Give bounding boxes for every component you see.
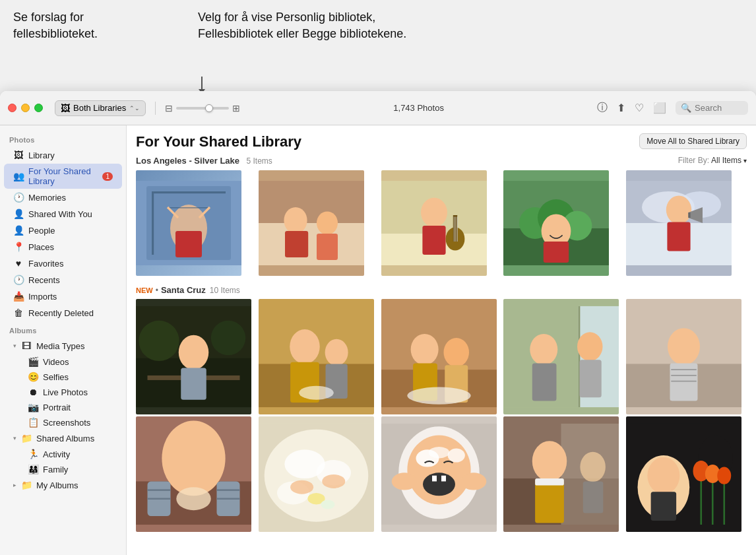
photo-cell[interactable] [626,416,741,532]
filter-by[interactable]: Filter By: All Items ▾ [678,156,747,165]
app-window: 🖼 Both Libraries ⌃⌄ ⊟ ⊞ 1,743 Photos ⓘ ⬆… [0,91,756,555]
sidebar-label-places: Places [28,242,54,252]
sidebar-item-recently-deleted[interactable]: 🗑 Recently Deleted [4,305,122,321]
sidebar-item-family[interactable]: 👨‍👩‍👧 Family [4,462,122,476]
share-icon[interactable]: ⬆ [617,102,625,114]
photo-cell[interactable] [626,170,732,276]
sidebar-item-imports[interactable]: 📥 Imports [4,288,122,304]
crop-icon[interactable]: ⬜ [653,102,666,114]
sidebar-item-selfies[interactable]: 😊 Selfies [4,370,122,384]
photo-cell[interactable] [259,416,374,532]
sidebar-item-places[interactable]: 📍 Places [4,239,122,255]
sidebar-label-media-types: Media Types [36,341,84,351]
svg-point-106 [532,441,567,481]
shared-with-you-icon: 👤 [13,209,24,219]
section2-new-label: NEW [136,286,153,294]
photo-placeholder-15 [626,416,741,532]
screenshots-icon: 📋 [28,417,38,428]
sidebar-label-activity: Activity [43,449,70,459]
recently-deleted-icon: 🗑 [13,308,24,318]
sidebar-item-videos[interactable]: 🎬 Videos [4,354,122,369]
photo-cell[interactable] [259,170,364,276]
photo-count: 1,743 Photos [247,103,590,113]
photo-cell[interactable] [381,170,487,276]
zoom-slider-track[interactable] [176,107,229,110]
sidebar-item-favorites[interactable]: ♥ Favorites [4,255,122,271]
fullscreen-button[interactable] [34,104,43,112]
svg-rect-2 [152,191,154,255]
minimize-button[interactable] [21,104,30,112]
activity-icon: 🏃 [28,449,38,459]
svg-rect-8 [175,231,202,257]
sidebar-item-live-photos[interactable]: ⏺ Live Photos [4,385,122,399]
sidebar-media-types-header[interactable]: ▾ 🎞 Media Types [4,338,122,354]
sidebar-my-albums-header[interactable]: ▸ 📁 My Albums [4,477,122,493]
sidebar-label-library: Library [28,150,55,160]
sidebar-label-recently-deleted: Recently Deleted [28,308,94,318]
search-box[interactable]: 🔍 [676,101,748,115]
filter-by-label: Filter By: [678,156,709,165]
zoom-slider-thumb[interactable] [205,104,213,112]
photos-section-label: Photos [0,131,126,147]
page-title: For Your Shared Library [136,133,301,150]
sidebar-item-recents[interactable]: 🕐 Recents [4,272,122,288]
photo-cell[interactable] [136,299,251,414]
photo-cell[interactable] [259,299,374,414]
collapse-icon-myalbums: ▸ [13,482,16,488]
favorite-icon[interactable]: ♡ [635,102,644,114]
filter-by-value: All Items [711,156,741,165]
sidebar-item-activity[interactable]: 🏃 Activity [4,447,122,461]
svg-point-41 [211,321,246,356]
svg-point-64 [577,332,603,361]
svg-rect-36 [668,222,691,251]
sidebar-label-shared-with-you: Shared With You [28,209,92,219]
sidebar-label-selfies: Selfies [43,372,69,382]
photo-cell[interactable] [381,416,497,532]
photo-cell[interactable] [503,170,609,276]
sidebar-item-for-your-shared-library[interactable]: 👥 For Your Shared Library 1 [4,164,122,189]
search-input[interactable] [695,103,747,113]
photo-cell[interactable] [626,299,741,414]
svg-point-102 [460,473,486,490]
albums-section-label: Albums [0,321,126,337]
svg-rect-37 [689,212,691,218]
photo-placeholder-12 [259,416,374,532]
section1-location-area: Los Angeles - Silver Lake 5 Items [136,154,272,166]
sidebar-item-people[interactable]: 👤 People [4,222,122,238]
section2-meta: NEW • Santa Cruz 10 Items [136,285,747,295]
separator [155,102,156,115]
photo-cell[interactable] [136,416,251,532]
family-icon: 👨‍👩‍👧 [28,464,38,474]
sidebar-item-library[interactable]: 🖼 Library [4,147,122,163]
svg-rect-121 [651,492,677,521]
shared-albums-icon: 📁 [21,433,32,443]
library-selector[interactable]: 🖼 Both Libraries ⌃⌄ [55,100,146,116]
move-all-button[interactable]: Move All to Shared Library [639,133,747,149]
sidebar-label-imports: Imports [28,292,57,302]
videos-icon: 🎬 [28,356,38,367]
svg-point-17 [421,198,447,228]
svg-point-58 [407,387,470,404]
sidebar-item-portrait[interactable]: 📷 Portrait [4,400,122,414]
library-selector-label: Both Libraries [73,103,126,113]
close-button[interactable] [8,104,16,112]
library-icon: 🖼 [61,103,70,114]
sidebar-label-live-photos: Live Photos [43,387,88,397]
zoom-in-icon[interactable]: ⊞ [232,103,240,114]
photo-placeholder-6 [136,299,251,414]
photo-cell[interactable] [503,416,619,532]
sidebar-item-shared-with-you[interactable]: 👤 Shared With You [4,206,122,222]
svg-point-109 [581,452,606,482]
photo-cell[interactable] [136,170,241,276]
photo-cell[interactable] [503,299,619,414]
sidebar-item-memories[interactable]: 🕐 Memories [4,189,122,205]
svg-point-47 [290,329,320,364]
photo-area: For Your Shared Library Move All to Shar… [127,125,756,555]
info-icon[interactable]: ⓘ [597,101,608,115]
zoom-out-icon[interactable]: ⊟ [165,103,173,114]
svg-point-96 [447,449,464,463]
sidebar-shared-albums-header[interactable]: ▾ 📁 Shared Albums [4,430,122,446]
photo-cell[interactable] [381,299,497,414]
sidebar-item-screenshots[interactable]: 📋 Screenshots [4,415,122,430]
sidebar-label-videos: Videos [43,357,69,367]
